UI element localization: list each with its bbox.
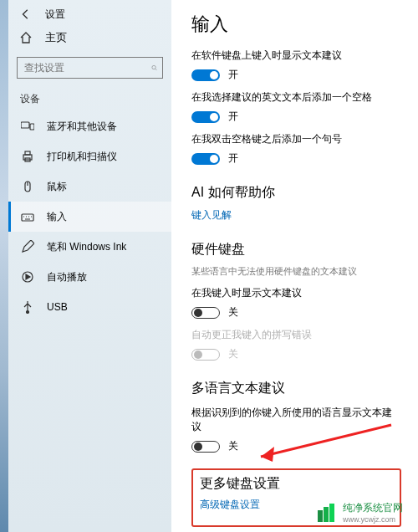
sidebar-item-label: 自动播放	[47, 270, 87, 284]
toggle-multilang[interactable]: 关	[191, 439, 401, 453]
section-more-heading: 更多键盘设置	[200, 475, 393, 493]
sidebar: 设置 主页 设备 蓝牙和其他设备 打印机和扫描仪 鼠标 输入	[8, 0, 171, 532]
sidebar-item-label: 蓝牙和其他设备	[47, 120, 117, 134]
bluetooth-icon	[20, 119, 35, 134]
svg-rect-10	[318, 510, 323, 522]
toggle-double-space-period[interactable]: 开	[191, 151, 401, 166]
home-icon	[18, 30, 33, 45]
watermark-url: www.ycwjz.com	[343, 515, 403, 524]
sidebar-item-label: 鼠标	[47, 180, 67, 194]
svg-rect-2	[30, 124, 34, 130]
page-title: 输入	[191, 12, 401, 37]
setting-label: 在我键入时显示文本建议	[191, 286, 401, 300]
sidebar-item-label: USB	[47, 301, 68, 313]
sidebar-item-autoplay[interactable]: 自动播放	[8, 262, 171, 292]
link-typing-insights[interactable]: 键入见解	[191, 208, 401, 223]
section-ai-heading: AI 如何帮助你	[191, 184, 401, 202]
svg-point-9	[27, 311, 29, 314]
svg-rect-4	[25, 151, 30, 155]
sidebar-item-label: 打印机和扫描仪	[47, 150, 117, 164]
section-label: 设备	[8, 90, 171, 111]
section-multilang-heading: 多语言文本建议	[191, 380, 401, 397]
setting-label: 自动更正我键入的拼写错误	[191, 328, 401, 342]
mouse-icon	[20, 179, 35, 194]
back-button[interactable]	[18, 7, 33, 22]
usb-icon	[20, 299, 35, 315]
svg-point-0	[152, 65, 155, 69]
keyboard-icon	[20, 209, 35, 224]
toggle-hw-autocorrect: 关	[191, 347, 401, 361]
sidebar-item-pen[interactable]: 笔和 Windows Ink	[8, 232, 171, 262]
search-input[interactable]	[23, 61, 151, 74]
setting-label: 根据识别到的你键入所使用的语言显示文本建议	[191, 406, 401, 434]
svg-rect-12	[329, 504, 334, 522]
svg-rect-11	[324, 507, 329, 522]
sidebar-item-label: 输入	[47, 210, 67, 224]
svg-rect-7	[22, 214, 33, 221]
sidebar-item-printers[interactable]: 打印机和扫描仪	[8, 141, 171, 171]
setting-label: 在我选择建议的英文文本后添加一个空格	[191, 90, 401, 105]
sidebar-item-mouse[interactable]: 鼠标	[8, 171, 171, 202]
toggle-hw-suggestions[interactable]: 关	[191, 305, 401, 320]
autoplay-icon	[20, 269, 35, 284]
toggle-add-space[interactable]: 开	[191, 110, 401, 124]
hardware-desc: 某些语言中无法使用硬件键盘的文本建议	[191, 265, 401, 278]
toggle-softkb-suggestions[interactable]: 开	[191, 68, 401, 82]
svg-rect-1	[21, 122, 29, 128]
search-icon	[151, 62, 157, 74]
arrow-left-icon	[20, 8, 32, 20]
window-title: 设置	[45, 8, 65, 22]
printer-icon	[20, 149, 35, 164]
search-box[interactable]	[17, 57, 163, 79]
home-nav[interactable]: 主页	[8, 23, 171, 52]
setting-label: 在我双击空格键之后添加一个句号	[191, 132, 401, 146]
home-label: 主页	[45, 30, 67, 45]
main-content[interactable]: 输入 在软件键盘上键入时显示文本建议 开 在我选择建议的英文文本后添加一个空格 …	[171, 0, 418, 532]
section-hardware-heading: 硬件键盘	[191, 241, 401, 258]
watermark-brand: 纯净系统官网	[343, 501, 403, 515]
watermark: 纯净系统官网 www.ycwjz.com	[318, 501, 403, 524]
sidebar-item-typing[interactable]: 输入	[8, 202, 171, 232]
watermark-logo-icon	[318, 504, 339, 522]
sidebar-item-label: 笔和 Windows Ink	[47, 240, 126, 254]
setting-label: 在软件键盘上键入时显示文本建议	[191, 49, 401, 63]
sidebar-item-usb[interactable]: USB	[8, 292, 171, 322]
pen-icon	[20, 239, 35, 254]
sidebar-item-bluetooth[interactable]: 蓝牙和其他设备	[8, 111, 171, 141]
